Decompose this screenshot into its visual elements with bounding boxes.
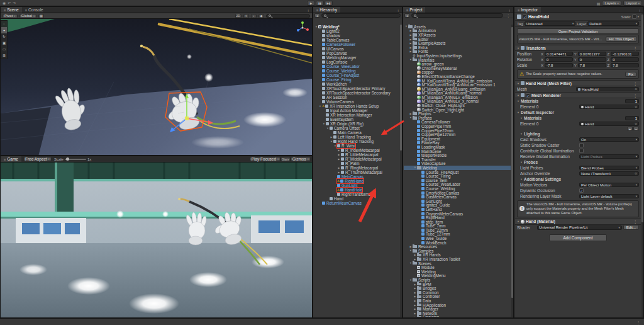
project-item[interactable]: VideoCapture — [404, 162, 511, 166]
rotate-tool-button[interactable]: ↻ — [1, 33, 7, 40]
object-name-field[interactable]: HandHold — [528, 14, 549, 19]
dropdown-field[interactable]: Light Probes▾ — [579, 154, 639, 159]
hierarchy-item[interactable]: CameraFollower — [314, 42, 399, 47]
hierarchy-item[interactable]: XRTouchSpaceInteractor Primary — [314, 86, 399, 91]
transform-tool-button[interactable]: ⊞ — [1, 52, 7, 59]
tag-dropdown[interactable]: Untagged▾ — [525, 21, 576, 26]
material-object-field[interactable]: Hand⊙ — [579, 122, 639, 126]
foldout-icon[interactable]: ▼ — [517, 47, 519, 50]
axis-value-field[interactable]: 0 — [611, 57, 639, 62]
additional-settings-foldout[interactable]: ▼ Additional Settings — [515, 176, 641, 182]
hierarchy-item[interactable]: Course_FireAdjust — [314, 73, 399, 77]
foldout-icon[interactable]: ▼ — [517, 220, 519, 223]
hierarchy-item[interactable]: PopCanvas — [314, 51, 399, 55]
2d-toggle-button[interactable]: 2D — [235, 14, 242, 18]
static-checkbox[interactable] — [632, 14, 636, 19]
project-item[interactable]: ▶HIApplication — [404, 303, 511, 307]
materials-foldout[interactable]: ▼ Materials 1 — [515, 98, 641, 104]
axis-value-field[interactable]: -7.8 — [545, 63, 573, 67]
project-item[interactable]: Tube_22mm — [404, 228, 511, 232]
rect-tool-button[interactable]: ▭ — [1, 46, 7, 52]
hierarchy-item[interactable]: VolumeCamera — [314, 100, 399, 104]
static-dropdown-icon[interactable]: ▾ — [638, 15, 639, 18]
project-item[interactable]: ▼Scenes — [404, 261, 511, 266]
panel-kebab-icon[interactable]: ⋮ — [506, 8, 513, 12]
project-item[interactable]: OxygenMeterCanvas — [404, 212, 511, 216]
project-item[interactable]: GunLight — [404, 199, 511, 203]
project-item[interactable]: ▶Singleton — [404, 316, 511, 317]
shader-dropdown[interactable]: Universal Render Pipeline/Lit▾ — [537, 225, 622, 230]
project-item[interactable]: Course_FireAdjust — [404, 170, 511, 174]
hierarchy-item[interactable]: ▶R_RingMetacarpal — [314, 166, 399, 170]
layers-dropdown[interactable]: Layers▾ — [602, 1, 621, 6]
project-item[interactable]: FlameRay — [404, 141, 511, 145]
component-menu-icon[interactable]: ⋮ — [631, 219, 639, 224]
hierarchy-item[interactable]: ⚠RightHand — [314, 179, 399, 183]
component-enabled-checkbox[interactable]: ✓ — [526, 93, 530, 98]
dropdown-field[interactable]: Per Object Motion▾ — [579, 183, 639, 187]
hierarchy-item[interactable]: XRTouchSpaceInteractor Secondary — [314, 91, 399, 95]
hierarchy-item[interactable]: GunLight — [314, 183, 399, 188]
hierarchy-item[interactable]: Hand — [314, 197, 399, 201]
dropdown-field[interactable]: Light Layer default▾ — [579, 194, 639, 198]
object-field[interactable]: None (Transform)⊙ — [579, 171, 639, 176]
project-item[interactable]: ▶Data — [404, 299, 511, 303]
play-focused-dropdown[interactable]: Play Focused▾ — [250, 157, 281, 161]
hierarchy-item[interactable]: ▶R_IndexMetacarpal — [314, 148, 399, 152]
project-search-input[interactable] — [411, 13, 503, 18]
hand-tool-button[interactable]: ◌ — [1, 21, 7, 27]
hierarchy-item[interactable]: R_Palm — [314, 161, 399, 166]
inspector-scrollbar[interactable] — [641, 13, 643, 317]
hierarchy-item[interactable]: ▼XR Origin (XR Rig) — [314, 122, 399, 126]
component-menu-icon[interactable]: ⋮ — [631, 81, 639, 86]
scene-viewport[interactable]: ◌ + ↻ ▣ ▭ ⊞ — [1, 19, 312, 156]
create-object-button[interactable]: + — [314, 13, 320, 18]
hierarchy-item[interactable]: ▼Right Hand Tracking — [314, 139, 399, 144]
tab-inspector[interactable]: ≡Inspector — [514, 7, 541, 13]
hierarchy-item[interactable]: ▼Camera Offset — [314, 126, 399, 130]
object-picker-icon[interactable]: ⊙ — [635, 88, 637, 91]
project-item[interactable]: CopperPipe7mm — [404, 124, 511, 128]
scale-slider[interactable] — [65, 159, 86, 160]
project-item[interactable]: GasMeterCanvas — [404, 195, 511, 199]
hierarchy-item[interactable]: Main Camera — [314, 130, 399, 135]
material-header[interactable]: ▼ Hand (Material) ⋮ — [515, 219, 641, 225]
project-item[interactable]: CopperPipe22mm — [404, 128, 511, 133]
move-tool-button[interactable]: + — [1, 27, 7, 33]
hierarchy-item[interactable]: LogConsole — [314, 60, 399, 64]
project-item[interactable]: Transfer — [404, 157, 511, 162]
add-material-button[interactable]: + — [627, 127, 633, 131]
axis-value-field[interactable]: 0.00761377 — [578, 52, 606, 56]
remove-material-button[interactable]: − — [633, 127, 639, 131]
create-asset-button[interactable]: + — [404, 13, 410, 18]
grid-visibility-button[interactable]: ▦ — [38, 14, 44, 18]
materials-count-field[interactable]: 1 — [625, 99, 639, 103]
project-item[interactable]: MainScene — [404, 149, 511, 154]
lighting-toggle-button[interactable]: ☀ — [243, 14, 249, 18]
layout-dropdown[interactable]: Layout▾ — [623, 1, 642, 6]
tab-console[interactable]: ≡Console — [22, 7, 47, 13]
project-item[interactable]: arrow_green — [404, 62, 511, 66]
hierarchy-item[interactable]: Course_WeeLabor — [314, 64, 399, 69]
global-dropdown[interactable]: Global▾ — [19, 14, 37, 18]
scene-orientation-gizmo[interactable] — [296, 21, 309, 35]
hierarchy-item[interactable]: XR Interaction Manager — [314, 113, 399, 117]
fix-this-object-button[interactable]: Fix This Object — [606, 37, 637, 42]
project-item[interactable]: ChromeKeyMaterial — [404, 66, 511, 71]
scale-tool-button[interactable]: ▣ — [1, 40, 7, 46]
tab-project[interactable]: ≡Project — [403, 7, 425, 13]
material-object-field[interactable]: Hand⊙ — [579, 105, 639, 109]
hierarchy-item[interactable]: ReturnMeunCanvas — [314, 201, 399, 205]
project-item[interactable]: Welding — [404, 270, 511, 274]
axis-value-field[interactable]: -0.1290101 — [611, 52, 639, 56]
hierarchy-item[interactable]: Course_Firing — [314, 77, 399, 82]
step-button[interactable]: ▶▮ — [325, 1, 333, 6]
foldout-icon[interactable]: ▼ — [517, 82, 519, 85]
mesh-filter-header[interactable]: ▼ Hand Hold (Mesh Filter) ⋮ — [515, 80, 641, 86]
hierarchy-item[interactable]: Input Action Manager — [314, 108, 399, 113]
project-item[interactable]: Module — [404, 265, 511, 270]
pivot-dropdown[interactable]: Pivot▾ — [3, 14, 18, 18]
project-item[interactable]: lgnites_Guide — [404, 203, 511, 208]
dropdown-field[interactable]: On▾ — [579, 137, 639, 142]
hierarchy-scrollbar[interactable] — [400, 25, 402, 317]
